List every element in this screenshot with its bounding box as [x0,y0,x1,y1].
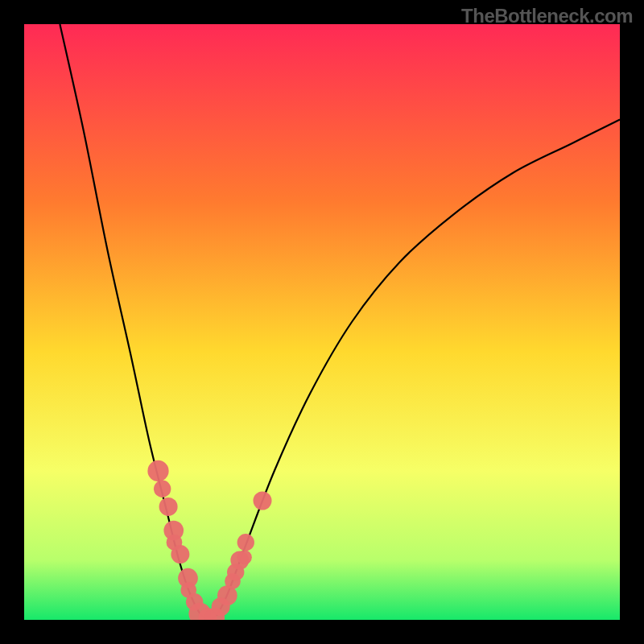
data-point [154,481,171,497]
gradient-background [24,24,620,620]
watermark-text: TheBottleneck.com [461,5,633,27]
plot-area [24,24,620,620]
data-point [253,491,271,510]
data-point [159,497,178,516]
data-point [147,460,168,481]
chart-svg [24,24,620,620]
data-point [171,545,189,564]
data-point [237,550,252,564]
data-point [237,534,254,551]
chart-outer: TheBottleneck.com [0,0,644,644]
